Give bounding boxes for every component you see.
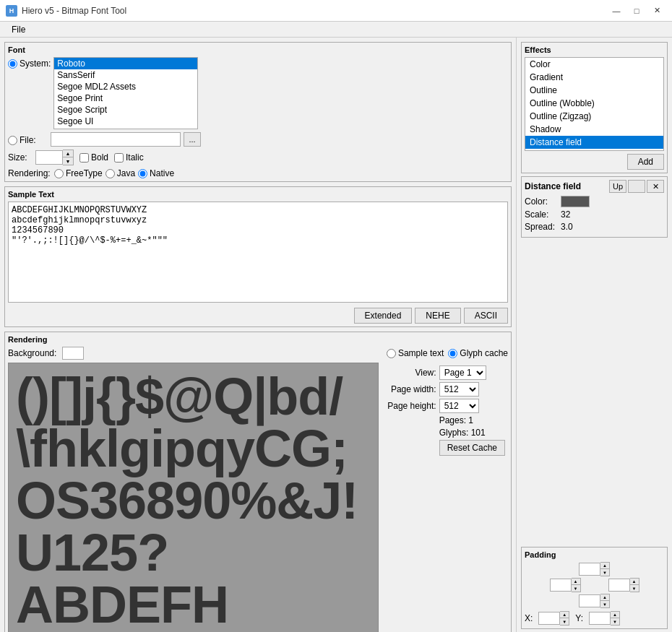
- freetype-radio-label[interactable]: FreeType: [54, 168, 103, 178]
- x-btns: ▲ ▼: [560, 611, 569, 625]
- freetype-radio[interactable]: [54, 169, 64, 178]
- system-radio[interactable]: [8, 59, 17, 69]
- native-radio-label[interactable]: Native: [138, 168, 174, 178]
- effect-shadow[interactable]: Shadow: [525, 123, 663, 136]
- x-down[interactable]: ▼: [560, 618, 569, 625]
- extended-button[interactable]: Extended: [354, 308, 413, 324]
- padding-left-down[interactable]: ▼: [572, 585, 580, 592]
- padding-bottom-row: 3 ▲ ▼: [579, 594, 610, 608]
- padding-left-input[interactable]: 3: [550, 579, 572, 592]
- x-spinner: -6 ▲ ▼: [538, 611, 569, 625]
- native-radio[interactable]: [138, 169, 147, 178]
- df-color-row: Color:: [525, 196, 664, 207]
- padding-bottom-spinner: 3 ▲ ▼: [579, 594, 610, 608]
- padding-bottom-up[interactable]: ▲: [600, 594, 609, 601]
- glyph-cache-radio[interactable]: [448, 349, 457, 358]
- size-up-btn[interactable]: ▲: [63, 150, 73, 157]
- df-color-swatch[interactable]: [561, 196, 590, 207]
- font-list-item-segoe-ui[interactable]: Segoe UI: [54, 116, 197, 127]
- java-radio[interactable]: [105, 169, 115, 178]
- effect-color[interactable]: Color: [525, 58, 663, 71]
- close-button[interactable]: ✕: [647, 4, 666, 18]
- app-icon: H: [6, 5, 17, 17]
- effect-gradient[interactable]: Gradient: [525, 71, 663, 84]
- italic-checkbox-label[interactable]: Italic: [114, 152, 144, 163]
- sample-text-radio-label[interactable]: Sample text: [387, 348, 444, 358]
- padding-top-up[interactable]: ▲: [600, 563, 609, 569]
- df-dummy-button[interactable]: [628, 180, 645, 193]
- padding-top-row: 3 ▲ ▼: [579, 562, 610, 576]
- minimize-button[interactable]: —: [607, 4, 626, 18]
- maximize-button[interactable]: □: [627, 4, 646, 18]
- rendering-section-title: Rendering: [8, 335, 508, 344]
- rendering-section: Rendering Background: Sample text Glyph …: [4, 332, 512, 632]
- padding-right-input[interactable]: 3: [608, 579, 630, 592]
- padding-right-up[interactable]: ▲: [630, 579, 639, 585]
- page-width-select[interactable]: 512: [439, 382, 479, 397]
- bold-checkbox-label[interactable]: Bold: [79, 152, 108, 163]
- browse-button[interactable]: ...: [184, 132, 201, 147]
- file-menu[interactable]: File: [6, 23, 31, 36]
- y-down[interactable]: ▼: [611, 618, 619, 625]
- glyph-cache-radio-label[interactable]: Glyph cache: [448, 348, 508, 358]
- x-input[interactable]: -6: [538, 612, 560, 625]
- system-radio-label[interactable]: System:: [8, 59, 51, 69]
- effects-list[interactable]: Color Gradient Outline Outline (Wobble) …: [525, 57, 664, 151]
- right-panel: Effects Color Gradient Outline Outline (…: [517, 38, 672, 632]
- left-panel: Font System: Roboto SansSerif Segoe MDL2…: [0, 38, 517, 632]
- padding-right-down[interactable]: ▼: [630, 585, 639, 592]
- add-effect-button[interactable]: Add: [627, 154, 664, 170]
- df-spread-value: 3.0: [561, 222, 573, 232]
- effect-distance-field[interactable]: Distance field: [525, 136, 663, 149]
- x-label: X:: [525, 613, 533, 623]
- df-title-row: Distance field Up ✕: [525, 180, 664, 193]
- rendering-row: Rendering: FreeType Java Native: [8, 168, 508, 178]
- rendering-header-right: Sample text Glyph cache: [387, 348, 508, 358]
- file-radio-label[interactable]: File:: [8, 135, 48, 145]
- y-up[interactable]: ▲: [611, 612, 619, 618]
- padding-left-up[interactable]: ▲: [572, 579, 580, 585]
- page-height-select[interactable]: 512: [439, 399, 479, 413]
- font-list-item-sansserif[interactable]: SansSerif: [54, 69, 197, 81]
- size-down-btn[interactable]: ▼: [63, 157, 73, 165]
- nehe-button[interactable]: NEHE: [415, 308, 460, 324]
- x-up[interactable]: ▲: [560, 612, 569, 618]
- padding-top-input[interactable]: 3: [579, 563, 600, 576]
- effect-outline-wobble[interactable]: Outline (Wobble): [525, 97, 663, 110]
- effect-outline-zigzag[interactable]: Outline (Zigzag): [525, 110, 663, 123]
- font-list-item-roboto[interactable]: Roboto: [54, 58, 197, 69]
- main-content: Font System: Roboto SansSerif Segoe MDL2…: [0, 38, 672, 632]
- padding-bottom-input[interactable]: 3: [579, 594, 600, 607]
- df-delete-button[interactable]: ✕: [647, 180, 664, 193]
- java-radio-label[interactable]: Java: [105, 168, 135, 178]
- ascii-button[interactable]: ASCII: [464, 308, 508, 324]
- padding-bottom-down[interactable]: ▼: [600, 601, 609, 607]
- page-height-label: Page height:: [384, 401, 436, 411]
- padding-section: Padding 3 ▲ ▼ 3: [521, 547, 668, 629]
- title-bar-left: H Hiero v5 - Bitmap Font Tool: [6, 5, 126, 17]
- background-swatch[interactable]: [62, 347, 84, 360]
- background-label: Background:: [8, 348, 56, 358]
- font-row: System: Roboto SansSerif Segoe MDL2 Asse…: [8, 57, 508, 129]
- reset-cache-button[interactable]: Reset Cache: [439, 440, 505, 456]
- font-list-item-segoe-mdl2[interactable]: Segoe MDL2 Assets: [54, 81, 197, 92]
- sample-text-view-radio[interactable]: [387, 349, 396, 358]
- size-input[interactable]: 78: [35, 150, 63, 165]
- sample-textarea[interactable]: ABCDEFGHIJKLMNOPQRSTUVWXYZ abcdefghijklm…: [8, 202, 508, 303]
- size-bold-row: Size: 78 ▲ ▼ Bold Italic: [8, 150, 508, 165]
- italic-checkbox[interactable]: [114, 153, 124, 163]
- file-radio[interactable]: [8, 136, 17, 145]
- font-list-item-segoe-print[interactable]: Segoe Print: [54, 92, 197, 104]
- padding-top-down[interactable]: ▼: [600, 569, 609, 576]
- right-spacer: [517, 241, 672, 547]
- font-list-item-segoe-script[interactable]: Segoe Script: [54, 104, 197, 116]
- font-list[interactable]: Roboto SansSerif Segoe MDL2 Assets Segoe…: [53, 57, 198, 129]
- file-input[interactable]: [51, 132, 181, 147]
- native-label: Native: [150, 168, 174, 178]
- effect-outline[interactable]: Outline: [525, 84, 663, 97]
- y-input[interactable]: -6: [589, 612, 611, 625]
- freetype-label: FreeType: [66, 168, 103, 178]
- bold-checkbox[interactable]: [79, 153, 89, 163]
- df-up-button[interactable]: Up: [609, 180, 626, 193]
- view-page-select[interactable]: Page 1: [439, 365, 486, 380]
